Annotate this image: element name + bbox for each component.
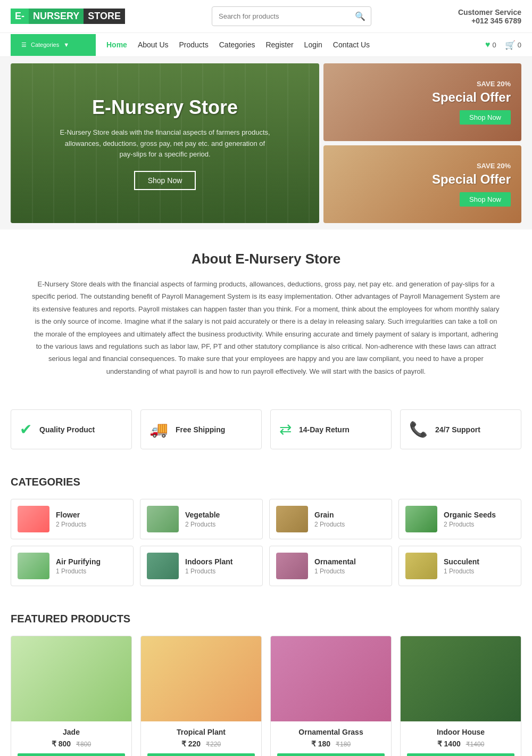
category-info: Ornamental 1 Products [314,557,356,575]
feature-quality-label: Quality Product [39,425,95,434]
price-old: ₹1400 [466,741,485,748]
hero-card-1-save: SAVE 20% [432,80,511,88]
category-info: Grain 2 Products [314,511,345,528]
customer-service-label: Customer Service [458,8,521,17]
hero-card-1: SAVE 20% Special Offer Shop Now [323,63,521,141]
view-details-button[interactable]: View Details [18,753,125,756]
logo: E- NURSERY STORE [11,9,125,24]
product-image [401,636,521,721]
category-image [405,506,437,532]
nav-register[interactable]: Register [265,40,293,49]
wishlist-count: 0 [493,41,496,49]
feature-return-label: 14-Day Return [299,425,350,434]
navigation: ☰ Categories ▼ Home About Us Products Ca… [0,33,532,57]
category-image [276,553,308,579]
product-info: Indoor House ₹ 1400 ₹1400 View Details [401,721,521,756]
category-info: Air Purifying 1 Products [56,557,101,575]
category-name: Succulent [444,557,479,566]
hero-description: E-Nursery Store deals with the financial… [59,127,271,160]
price-old: ₹800 [76,741,91,748]
nav-about[interactable]: About Us [138,40,169,49]
category-image [18,506,49,532]
products-grid: Jade ₹ 800 ₹800 View Details Tropical Pl… [11,636,521,756]
search-input[interactable] [212,8,350,24]
category-card[interactable]: Ornamental 1 Products [269,546,392,586]
view-details-button[interactable]: View Details [277,753,385,756]
category-image [147,553,179,579]
nav-products[interactable]: Products [179,40,209,49]
cart-icon: 🛒 [505,40,516,50]
product-name: Indoor House [407,728,514,736]
category-name: Ornamental [314,557,356,566]
hero-card-1-title: Special Offer [432,90,511,105]
category-card[interactable]: Vegetable 2 Products [140,499,263,539]
nav-categories[interactable]: Categories [219,40,255,49]
product-image [11,636,131,721]
category-count: 2 Products [314,521,345,528]
price-old: ₹220 [206,741,221,748]
category-count: 2 Products [56,521,86,528]
category-name: Flower [56,511,86,519]
about-section: About E-Nursery Store E-Nursery Store de… [0,229,532,399]
hero-content: E-Nursery Store E-Nursery Store deals wi… [59,96,271,190]
search-bar: 🔍 [212,6,371,26]
category-card[interactable]: Flower 2 Products [11,499,134,539]
phone-icon: 📞 [409,421,428,438]
logo-store: STORE [84,9,125,24]
product-name: Ornamental Grass [277,728,385,736]
nav-home[interactable]: Home [106,40,127,49]
product-info: Tropical Plant ₹ 220 ₹220 View Details [141,721,261,756]
nav-login[interactable]: Login [304,40,322,49]
feature-return: ⇄ 14-Day Return [270,409,392,449]
category-count: 1 Products [56,568,101,575]
featured-products-title: FEATURED PRODUCTS [11,613,521,625]
view-details-button[interactable]: View Details [147,753,255,756]
header: E- NURSERY STORE 🔍 Customer Service +012… [0,0,532,33]
price-new: ₹ 180 [311,739,330,748]
categories-button[interactable]: ☰ Categories ▼ [11,34,96,56]
hero-side: SAVE 20% Special Offer Shop Now SAVE 20%… [323,63,521,223]
hero-title: E-Nursery Store [59,96,271,119]
nav-contact[interactable]: Contact Us [333,40,370,49]
product-info: Ornamental Grass ₹ 180 ₹180 View Details [271,721,391,756]
hero-card-2: SAVE 20% Special Offer Shop Now [323,145,521,223]
search-button[interactable]: 🔍 [350,7,371,26]
categories-section: CATEGORIES Flower 2 Products Vegetable 2… [0,465,532,602]
about-title: About E-Nursery Store [32,251,500,267]
category-image [276,506,308,532]
category-card[interactable]: Succulent 1 Products [398,546,521,586]
product-card: Tropical Plant ₹ 220 ₹220 View Details [140,636,262,756]
categories-grid: Flower 2 Products Vegetable 2 Products G… [11,499,521,586]
categories-title: CATEGORIES [11,476,521,488]
nav-icons: ♥ 0 🛒 0 [485,40,521,50]
product-image [141,636,261,721]
hero-shop-now-button[interactable]: Shop Now [134,171,196,190]
hero-section: E-Nursery Store E-Nursery Store deals wi… [0,57,532,229]
wishlist-button[interactable]: ♥ 0 [485,40,496,50]
feature-shipping-label: Free Shipping [176,425,225,434]
category-count: 1 Products [314,568,356,575]
hero-card-2-button[interactable]: Shop Now [460,192,511,207]
cart-button[interactable]: 🛒 0 [505,40,521,50]
category-name: Vegetable [185,511,220,519]
logo-nursery: NURSERY [29,9,84,24]
product-price: ₹ 1400 ₹1400 [407,739,514,748]
features-section: ✔ Quality Product 🚚 Free Shipping ⇄ 14-D… [0,399,532,465]
category-image [18,553,49,579]
category-card[interactable]: Indoors Plant 1 Products [140,546,263,586]
feature-quality: ✔ Quality Product [11,409,132,449]
category-card[interactable]: Organic Seeds 2 Products [398,499,521,539]
categories-label: Categories [31,42,59,48]
truck-icon: 🚚 [149,421,168,438]
category-count: 2 Products [185,521,220,528]
category-card[interactable]: Air Purifying 1 Products [11,546,134,586]
product-image [271,636,391,721]
category-info: Flower 2 Products [56,511,86,528]
hamburger-icon: ☰ [21,42,27,48]
product-card: Indoor House ₹ 1400 ₹1400 View Details [400,636,521,756]
category-card[interactable]: Grain 2 Products [269,499,392,539]
customer-service: Customer Service +012 345 6789 [458,8,521,25]
hero-card-1-button[interactable]: Shop Now [460,110,511,125]
view-details-button[interactable]: View Details [407,753,514,756]
product-price: ₹ 220 ₹220 [147,739,255,748]
